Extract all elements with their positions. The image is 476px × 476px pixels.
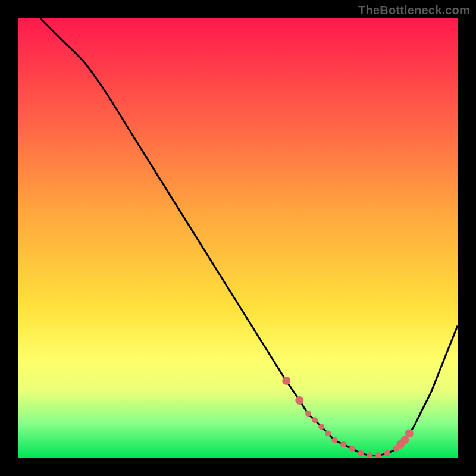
highlight-dot — [405, 429, 414, 437]
highlight-dot — [325, 430, 331, 436]
highlight-dot — [295, 396, 303, 405]
highlight-dot — [384, 450, 390, 456]
highlight-dot — [375, 452, 381, 458]
highlight-dot — [318, 424, 324, 430]
highlight-dot — [282, 377, 290, 385]
highlight-dot — [367, 452, 372, 458]
highlight-dot — [305, 411, 311, 416]
highlight-dot — [312, 417, 318, 423]
highlight-dot — [331, 437, 337, 443]
bottleneck-curve — [40, 18, 458, 456]
highlight-dot — [358, 450, 364, 456]
chart-plot-area — [18, 18, 458, 458]
bottleneck-curve-svg — [18, 18, 458, 458]
highlight-dot — [349, 446, 355, 452]
watermark-text: TheBottleneck.com — [358, 4, 470, 17]
highlight-dot — [340, 441, 346, 447]
